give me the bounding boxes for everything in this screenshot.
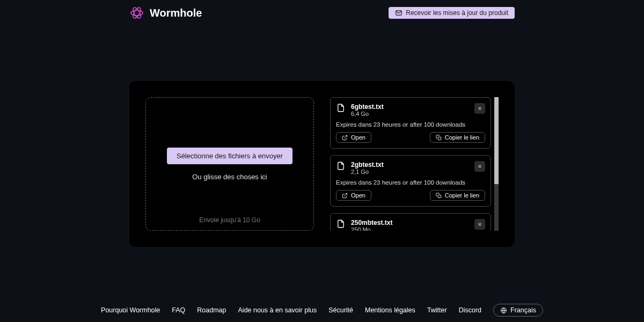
size-limit-hint: Envoie jusqu'à 10 Go: [199, 216, 260, 224]
open-button[interactable]: Open: [336, 132, 371, 143]
file-card: 250mbtest.txt 250 Mo Expires dans 24 heu…: [330, 213, 491, 231]
svg-rect-5: [438, 195, 441, 198]
remove-file-button[interactable]: [474, 219, 485, 230]
product-updates-button[interactable]: Recevoir les mises à jour du produit: [389, 7, 515, 19]
footer-link-discord[interactable]: Discord: [459, 306, 481, 314]
file-name: 250mbtest.txt: [351, 219, 469, 226]
drag-hint: Ou glisse des choses ici: [192, 173, 267, 181]
file-card: 6gbtest.txt 6,4 Go Expires dans 23 heure…: [330, 97, 491, 149]
footer-link-why[interactable]: Pourquoi Wormhole: [101, 306, 160, 314]
footer-link-legal[interactable]: Mentions légales: [365, 306, 415, 314]
brand-name: Wormhole: [150, 7, 202, 19]
file-size: 6,4 Go: [351, 111, 469, 117]
open-label: Open: [351, 192, 365, 199]
globe-icon: [500, 307, 507, 314]
external-link-icon: [342, 193, 348, 199]
file-icon: [336, 103, 346, 113]
files-list[interactable]: 6gbtest.txt 6,4 Go Expires dans 23 heure…: [330, 97, 491, 231]
language-label: Français: [510, 306, 536, 314]
open-button[interactable]: Open: [336, 190, 371, 201]
footer-link-help[interactable]: Aide nous à en savoir plus: [238, 306, 317, 314]
file-size: 2,1 Go: [351, 169, 469, 175]
file-name: 2gbtest.txt: [351, 161, 469, 169]
copy-icon: [436, 193, 442, 199]
footer: Pourquoi Wormhole FAQ Roadmap Aide nous …: [0, 304, 644, 317]
svg-rect-4: [438, 137, 441, 140]
footer-link-roadmap[interactable]: Roadmap: [197, 306, 226, 314]
file-icon: [336, 219, 346, 229]
main-panel: Sélectionne des fichiers à envoyer Ou gl…: [129, 81, 515, 247]
footer-link-twitter[interactable]: Twitter: [427, 306, 447, 314]
file-icon: [336, 161, 346, 171]
remove-file-button[interactable]: [474, 161, 485, 172]
file-expiry: Expires dans 23 heures or after 100 down…: [336, 179, 485, 186]
mail-icon: [395, 9, 402, 17]
footer-link-security[interactable]: Sécurité: [328, 306, 353, 314]
scrollbar-thumb[interactable]: [494, 97, 499, 184]
copy-link-label: Copier le lien: [445, 134, 479, 141]
product-updates-label: Recevoir les mises à jour du produit: [406, 9, 508, 17]
footer-link-faq[interactable]: FAQ: [172, 306, 185, 314]
copy-link-label: Copier le lien: [445, 192, 479, 199]
file-expiry: Expires dans 23 heures or after 100 down…: [336, 121, 485, 128]
header: Wormhole Recevoir les mises à jour du pr…: [129, 5, 515, 20]
wormhole-logo-icon: [129, 5, 144, 20]
files-column: 6gbtest.txt 6,4 Go Expires dans 23 heure…: [330, 97, 499, 231]
select-files-button[interactable]: Sélectionne des fichiers à envoyer: [167, 148, 292, 164]
select-files-label: Sélectionne des fichiers à envoyer: [177, 152, 283, 160]
close-icon: [477, 222, 482, 227]
svg-point-0: [131, 10, 143, 16]
dropzone[interactable]: Sélectionne des fichiers à envoyer Ou gl…: [145, 97, 314, 231]
language-button[interactable]: Français: [493, 304, 543, 317]
close-icon: [477, 164, 482, 169]
copy-icon: [436, 135, 442, 141]
copy-link-button[interactable]: Copier le lien: [430, 190, 485, 201]
remove-file-button[interactable]: [474, 103, 485, 114]
brand[interactable]: Wormhole: [129, 5, 202, 20]
scrollbar[interactable]: [494, 97, 499, 231]
external-link-icon: [342, 135, 348, 141]
file-name: 6gbtest.txt: [351, 103, 469, 111]
file-card: 2gbtest.txt 2,1 Go Expires dans 23 heure…: [330, 155, 491, 207]
file-size: 250 Mo: [351, 226, 469, 231]
copy-link-button[interactable]: Copier le lien: [430, 132, 485, 143]
open-label: Open: [351, 134, 365, 141]
close-icon: [477, 106, 482, 111]
